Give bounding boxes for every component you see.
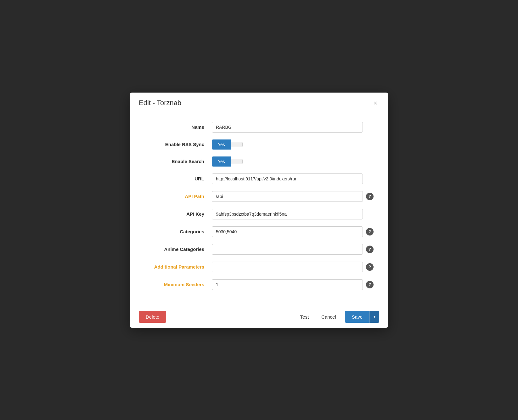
save-dropdown-button[interactable]: ▾ bbox=[369, 311, 379, 323]
additional-label: Additional Parameters bbox=[143, 264, 212, 270]
edit-torznab-modal: Edit - Torznab × Name Enable RSS Sync Ye… bbox=[130, 93, 388, 328]
modal-title: Edit - Torznab bbox=[139, 99, 181, 107]
api-key-row: API Key bbox=[143, 209, 375, 219]
rss-row: Enable RSS Sync Yes bbox=[143, 139, 375, 150]
api-path-help-icon[interactable]: ? bbox=[366, 193, 374, 200]
api-key-label: API Key bbox=[143, 211, 212, 217]
test-button[interactable]: Test bbox=[296, 312, 313, 322]
search-row: Enable Search Yes bbox=[143, 156, 375, 167]
modal-footer: Delete Test Cancel Save ▾ bbox=[130, 306, 388, 328]
modal-body: Name Enable RSS Sync Yes Enable Search Y… bbox=[130, 113, 388, 306]
api-path-input[interactable] bbox=[212, 191, 363, 202]
rss-toggle-group: Yes bbox=[212, 139, 243, 150]
search-yes-button[interactable]: Yes bbox=[212, 156, 231, 167]
seeders-label: Minimum Seeders bbox=[143, 282, 212, 287]
anime-label: Anime Categories bbox=[143, 247, 212, 252]
api-path-label: API Path bbox=[143, 194, 212, 199]
url-label: URL bbox=[143, 176, 212, 181]
anime-row: Anime Categories ? bbox=[143, 244, 375, 255]
save-button[interactable]: Save bbox=[345, 311, 369, 323]
seeders-help-icon[interactable]: ? bbox=[366, 281, 374, 288]
cancel-button[interactable]: Cancel bbox=[318, 312, 340, 322]
categories-label: Categories bbox=[143, 229, 212, 234]
categories-input[interactable] bbox=[212, 226, 363, 237]
seeders-row: Minimum Seeders ? bbox=[143, 279, 375, 290]
search-no-button[interactable] bbox=[231, 159, 243, 164]
additional-input[interactable] bbox=[212, 262, 363, 272]
anime-help-icon[interactable]: ? bbox=[366, 246, 374, 253]
search-toggle-group: Yes bbox=[212, 156, 243, 167]
anime-input[interactable] bbox=[212, 244, 363, 255]
api-path-row: API Path ? bbox=[143, 191, 375, 202]
seeders-input[interactable] bbox=[212, 279, 363, 290]
api-key-input[interactable] bbox=[212, 209, 363, 219]
additional-row: Additional Parameters ? bbox=[143, 262, 375, 272]
name-row: Name bbox=[143, 122, 375, 133]
delete-button[interactable]: Delete bbox=[139, 311, 166, 323]
modal-header: Edit - Torznab × bbox=[130, 93, 388, 113]
modal-overlay: Edit - Torznab × Name Enable RSS Sync Ye… bbox=[0, 0, 518, 420]
rss-label: Enable RSS Sync bbox=[143, 142, 212, 147]
name-label: Name bbox=[143, 124, 212, 130]
additional-help-icon[interactable]: ? bbox=[366, 263, 374, 271]
save-button-group: Save ▾ bbox=[345, 311, 379, 323]
rss-no-button[interactable] bbox=[231, 142, 243, 147]
footer-right: Test Cancel Save ▾ bbox=[296, 311, 379, 323]
search-label: Enable Search bbox=[143, 159, 212, 164]
categories-help-icon[interactable]: ? bbox=[366, 228, 374, 236]
chevron-down-icon: ▾ bbox=[374, 315, 375, 319]
url-input[interactable] bbox=[212, 173, 363, 184]
rss-yes-button[interactable]: Yes bbox=[212, 139, 231, 150]
categories-row: Categories ? bbox=[143, 226, 375, 237]
name-input[interactable] bbox=[212, 122, 363, 133]
close-button[interactable]: × bbox=[372, 99, 379, 107]
url-row: URL bbox=[143, 173, 375, 184]
